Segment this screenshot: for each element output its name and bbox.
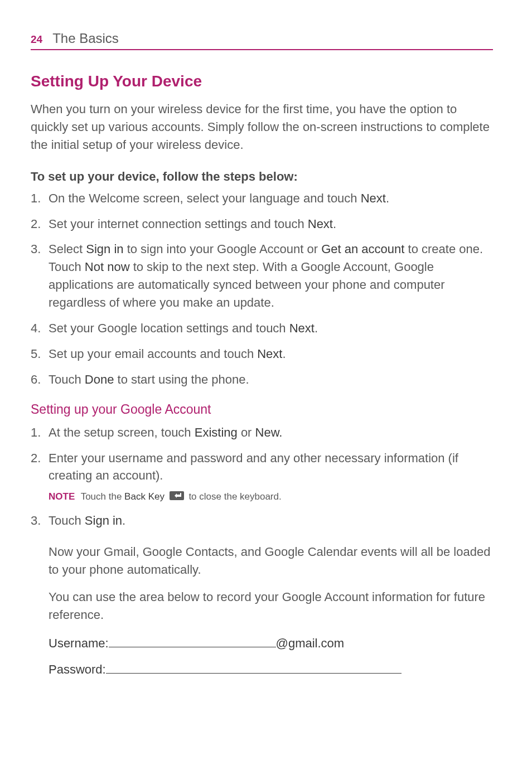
- step-text: Set your Google location settings and to…: [49, 321, 289, 335]
- email-domain: @gmail.com: [276, 636, 345, 650]
- username-field-row: Username:@gmail.com: [49, 634, 493, 652]
- steps-heading: To set up your device, follow the steps …: [31, 170, 493, 184]
- step-text: .: [333, 217, 336, 231]
- list-item: Touch Sign in.: [31, 512, 493, 530]
- ui-term: Not now: [85, 260, 130, 274]
- password-field-row: Password:: [49, 660, 493, 679]
- step-text: Set your internet connection settings an…: [49, 217, 308, 231]
- step-text: Select: [49, 242, 86, 256]
- page-header: 24 The Basics: [31, 31, 493, 50]
- note-label: NOTE: [49, 491, 75, 502]
- step-text: .: [315, 321, 318, 335]
- list-item: At the setup screen, touch Existing or N…: [31, 424, 493, 442]
- body-text: Now your Gmail, Google Contacts, and Goo…: [49, 543, 493, 579]
- username-blank-line: [109, 634, 276, 647]
- step-text: Set up your email accounts and touch: [49, 347, 257, 361]
- ui-term: Existing: [195, 425, 238, 439]
- step-text: .: [282, 347, 286, 361]
- intro-paragraph: When you turn on your wireless device fo…: [31, 100, 493, 154]
- ui-term: Next: [289, 321, 315, 335]
- list-item: On the Welcome screen, select your langu…: [31, 190, 493, 207]
- section-title: The Basics: [52, 31, 119, 46]
- ui-term: Get an account: [321, 242, 404, 256]
- password-label: Password:: [49, 662, 106, 676]
- step-text: Touch: [49, 372, 85, 386]
- ui-term: Next: [361, 191, 386, 205]
- step-text: to sign into your Google Account or: [124, 242, 322, 256]
- ui-term: Next: [308, 217, 333, 231]
- note: NOTE Touch the Back Key to close the key…: [49, 490, 493, 503]
- back-key-icon: [170, 491, 184, 504]
- page-title: Setting Up Your Device: [31, 72, 493, 90]
- step-text: Enter your username and password and any…: [49, 451, 458, 483]
- list-item: Set up your email accounts and touch Nex…: [31, 345, 493, 363]
- ui-term: Sign in: [85, 514, 122, 527]
- note-text: to close the keyboard.: [188, 491, 281, 502]
- ui-term: New.: [255, 425, 283, 439]
- ui-term: Next: [257, 347, 282, 361]
- ui-term: Back Key: [124, 491, 165, 502]
- page-number: 24: [31, 33, 42, 46]
- step-text: At the setup screen, touch: [49, 425, 195, 439]
- step-text: .: [122, 514, 125, 527]
- step-text: to start using the phone.: [114, 372, 249, 386]
- note-text: Touch the: [81, 491, 124, 502]
- step-text: Touch: [49, 514, 85, 527]
- step-text: .: [386, 191, 389, 205]
- step-text: or: [238, 425, 255, 439]
- google-steps-list: At the setup screen, touch Existing or N…: [31, 424, 493, 530]
- username-label: Username:: [49, 636, 109, 650]
- google-account-heading: Setting up your Google Account: [31, 402, 493, 417]
- ui-term: Sign in: [86, 242, 123, 256]
- list-item: Enter your username and password and any…: [31, 449, 493, 504]
- body-text: You can use the area below to record you…: [49, 588, 493, 624]
- list-item: Set your Google location settings and to…: [31, 319, 493, 337]
- closing-paragraphs: Now your Gmail, Google Contacts, and Goo…: [31, 543, 493, 679]
- list-item: Touch Done to start using the phone.: [31, 371, 493, 389]
- password-blank-line: [106, 660, 402, 674]
- ui-term: Done: [85, 372, 114, 386]
- list-item: Select Sign in to sign into your Google …: [31, 240, 493, 312]
- step-text: On the Welcome screen, select your langu…: [49, 191, 361, 205]
- list-item: Set your internet connection settings an…: [31, 215, 493, 233]
- setup-steps-list: On the Welcome screen, select your langu…: [31, 190, 493, 389]
